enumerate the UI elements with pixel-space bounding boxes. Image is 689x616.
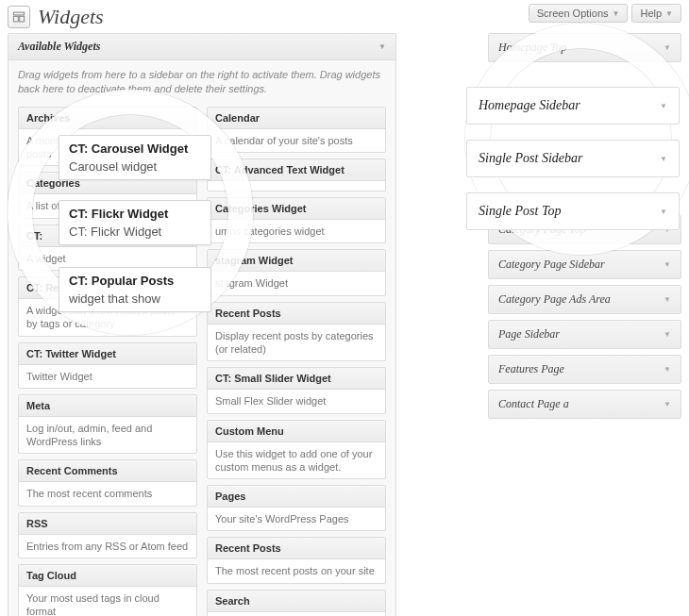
widget-item[interactable]: RSSEntries from any RSS or Atom feed xyxy=(18,512,197,558)
widget-desc: Small Flex Slider widget xyxy=(208,390,385,412)
widget-desc: Your site's WordPress Pages xyxy=(208,508,385,530)
svg-rect-2 xyxy=(20,16,25,22)
widget-item[interactable]: stagram Widgetstagram Widget xyxy=(207,249,386,295)
widget-title: CT: Popular Posts xyxy=(69,274,201,288)
widget-item[interactable]: MetaLog in/out, admin, feed and WordPres… xyxy=(18,394,197,455)
help-label: Help xyxy=(640,8,662,19)
widget-title: CT: Small Slider Widget xyxy=(208,368,385,390)
widget-desc: Use this widget to add one of your custo… xyxy=(208,442,385,479)
sidebar-area[interactable]: Homepage Top▼ xyxy=(488,33,681,62)
widget-title: Categories Widget xyxy=(208,198,385,220)
widget-item[interactable]: CT: Advanced Text Widget xyxy=(207,158,386,191)
widget-desc: stagram Widget xyxy=(208,272,385,294)
chevron-down-icon: ▼ xyxy=(664,330,671,339)
widget-ct-carousel[interactable]: CT: Carousel Widget Carousel widget xyxy=(59,135,211,180)
widget-item[interactable]: Categories Widgetumns categories widget xyxy=(207,197,386,243)
widget-desc: Display recent posts by categories (or r… xyxy=(208,325,385,361)
widget-title: Tag Cloud xyxy=(19,565,196,587)
widget-title: CT: Flickr Widget xyxy=(69,207,201,221)
widget-desc: Log in/out, admin, feed and WordPress li… xyxy=(19,417,196,454)
widget-ct-popular-posts[interactable]: CT: Popular Posts widget that show xyxy=(59,267,211,312)
widget-desc: Twitter Widget xyxy=(19,365,196,388)
sidebar-area[interactable]: Contact Page a▼ xyxy=(488,390,681,419)
widget-title: Recent Posts xyxy=(208,538,385,559)
widget-item[interactable]: CalendarA calendar of your site's posts xyxy=(207,107,386,153)
sidebar-area[interactable]: Category Page Ads Area▼ xyxy=(488,285,681,314)
screen-options-label: Screen Options xyxy=(537,8,609,19)
widget-desc: A search form for your site xyxy=(208,612,385,616)
widget-item[interactable]: CT: Small Slider WidgetSmall Flex Slider… xyxy=(207,367,386,413)
widget-title: Recent Comments xyxy=(19,460,196,482)
widget-desc: The most recent comments xyxy=(19,482,196,505)
widget-ct-flickr[interactable]: CT: Flickr Widget CT: Flickr Widget xyxy=(59,200,211,245)
widget-title: Meta xyxy=(19,395,196,417)
widget-title: CT: Advanced Text Widget xyxy=(208,159,385,181)
sidebar-area-single-post-sidebar[interactable]: Single Post Sidebar ▼ xyxy=(466,140,680,177)
sidebar-label: Features Page xyxy=(498,362,564,376)
widget-title: RSS xyxy=(19,513,196,535)
sidebar-label: Homepage Sidebar xyxy=(479,98,580,113)
widget-item[interactable]: SearchA search form for your site xyxy=(207,590,386,616)
sidebar-label: Category Page Sidebar xyxy=(498,258,605,272)
help-button[interactable]: Help▼ xyxy=(631,4,681,23)
sidebar-label: Contact Page a xyxy=(498,397,569,411)
widget-item[interactable]: Custom MenuUse this widget to add one of… xyxy=(207,420,386,480)
chevron-down-icon: ▼ xyxy=(613,9,620,18)
svg-rect-1 xyxy=(13,16,18,22)
widgets-icon xyxy=(8,6,30,28)
sidebar-label: Page Sidebar xyxy=(498,327,560,341)
sidebar-label: Single Post Sidebar xyxy=(479,151,582,166)
widget-desc: Carousel widget xyxy=(69,159,201,174)
chevron-down-icon: ▼ xyxy=(664,295,671,304)
widget-item[interactable]: CT: Twitter WidgetTwitter Widget xyxy=(18,342,197,389)
sidebar-area[interactable]: Category Page Sidebar▼ xyxy=(488,250,681,279)
widget-desc: umns categories widget xyxy=(208,220,385,242)
chevron-down-icon: ▼ xyxy=(664,400,671,408)
widget-item[interactable]: Recent PostsThe most recent posts on you… xyxy=(207,537,386,583)
sidebar-area-single-post-top[interactable]: Single Post Top ▼ xyxy=(466,192,680,230)
page-title: Widgets xyxy=(38,5,104,29)
sidebar-area-homepage-sidebar[interactable]: Homepage Sidebar ▼ xyxy=(466,87,680,125)
widget-title: Pages xyxy=(208,486,385,508)
widget-desc: CT: Flickr Widget xyxy=(69,225,201,239)
chevron-down-icon: ▼ xyxy=(665,9,673,18)
available-widgets-header[interactable]: Available Widgets ▼ xyxy=(8,34,395,60)
widget-title: Recent Posts xyxy=(208,303,385,325)
chevron-down-icon: ▼ xyxy=(660,102,667,110)
chevron-down-icon: ▼ xyxy=(378,42,386,51)
widget-title: Custom Menu xyxy=(208,421,385,442)
widget-title: Calendar xyxy=(208,108,385,129)
chevron-down-icon: ▼ xyxy=(664,43,671,52)
sidebar-label: Category Page Ads Area xyxy=(498,292,611,307)
widget-desc: Entries from any RSS or Atom feed xyxy=(19,535,196,558)
widget-desc: Your most used tags in cloud format xyxy=(19,587,196,616)
chevron-down-icon: ▼ xyxy=(660,155,667,163)
available-widgets-title: Available Widgets xyxy=(18,40,100,54)
widget-desc: widget that show xyxy=(69,291,201,306)
widget-title: CT: Twitter Widget xyxy=(19,343,196,365)
svg-rect-0 xyxy=(13,12,24,15)
available-widgets-panel: Available Widgets ▼ Drag widgets from he… xyxy=(8,33,396,616)
sidebar-area[interactable]: Features Page▼ xyxy=(488,355,681,384)
screen-options-button[interactable]: Screen Options▼ xyxy=(529,4,629,23)
widget-title: CT: Carousel Widget xyxy=(69,142,201,156)
sidebar-area[interactable]: Page Sidebar▼ xyxy=(488,320,681,349)
chevron-down-icon: ▼ xyxy=(660,208,667,216)
widget-title: stagram Widget xyxy=(208,250,385,272)
chevron-down-icon: ▼ xyxy=(664,365,671,374)
available-widgets-hint: Drag widgets from here to a sidebar on t… xyxy=(18,68,386,97)
widget-item[interactable]: Tag CloudYour most used tags in cloud fo… xyxy=(18,564,197,616)
widget-desc: The most recent posts on your site xyxy=(208,559,385,582)
sidebar-label: Homepage Top xyxy=(498,41,567,55)
widget-item[interactable]: PagesYour site's WordPress Pages xyxy=(207,485,386,531)
widget-desc: A calendar of your site's posts xyxy=(208,129,385,152)
sidebar-label: Single Post Top xyxy=(479,204,561,219)
widget-item[interactable]: Recent CommentsThe most recent comments xyxy=(18,459,197,506)
widget-title: Archives xyxy=(19,108,196,129)
widget-item[interactable]: Recent PostsDisplay recent posts by cate… xyxy=(207,302,386,362)
widget-title: Search xyxy=(208,591,385,612)
widget-desc xyxy=(208,181,385,191)
chevron-down-icon: ▼ xyxy=(664,260,671,269)
